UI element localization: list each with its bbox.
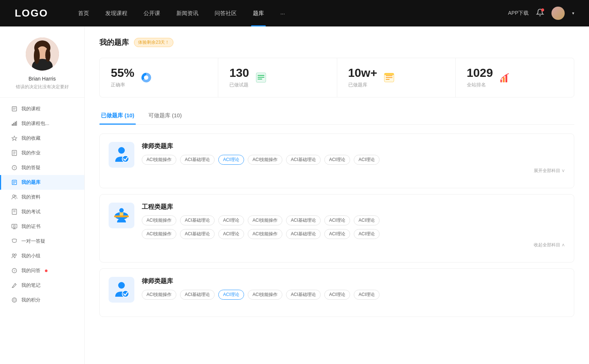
stat-ranking-label: 全站排名 <box>467 82 493 88</box>
app-download[interactable]: APP下载 <box>508 10 529 17</box>
sidebar-item-qbank[interactable]: 我的题库 <box>0 175 84 190</box>
engineer1-icon-wrap <box>109 203 134 228</box>
sidebar-item-groups[interactable]: 我的小组 <box>0 249 84 263</box>
qbank-engineer1-tag-3[interactable]: ACI技能操作 <box>248 215 282 225</box>
qbank-engineer1-tag2-1[interactable]: ACI基础理论 <box>180 229 215 239</box>
stat-ranking-value-block: 1029 全站排名 <box>467 67 493 88</box>
qbank-card-engineer1: 工程类题库 ACI技能操作 ACI基础理论 ACI理论 ACI技能操作 ACI基… <box>99 194 574 263</box>
svg-marker-13 <box>12 136 17 140</box>
sidebar-item-homework[interactable]: 我的作业 <box>0 146 84 160</box>
qbank-lawyer1-tag-4[interactable]: ACI基础理论 <box>286 155 321 165</box>
qbank-lawyer2-tag-1[interactable]: ACI基础理论 <box>180 290 215 300</box>
accuracy-pie-icon <box>140 71 153 84</box>
svg-point-37 <box>13 299 15 301</box>
qbank-engineer1-title: 工程类题库 <box>142 203 565 211</box>
cert-icon <box>11 223 18 230</box>
qbank-engineer1-tag-4[interactable]: ACI基础理论 <box>286 215 321 225</box>
qbank-lawyer1-tag-6[interactable]: ACI理论 <box>354 155 380 165</box>
sidebar-item-my-data[interactable]: 我的资料 <box>0 190 84 204</box>
sidebar-item-cert[interactable]: 我的证书 <box>0 219 84 234</box>
sidebar-label-homework: 我的作业 <box>21 150 40 156</box>
sidebar-item-my-course[interactable]: 我的课程 <box>0 101 84 116</box>
qbank-lawyer2-tag-6[interactable]: ACI理论 <box>354 290 380 300</box>
qbank-lawyer2-tag-5[interactable]: ACI理论 <box>324 290 350 300</box>
qbank-lawyer2-tag-0[interactable]: ACI技能操作 <box>142 290 176 300</box>
user-menu-chevron[interactable]: ▾ <box>572 11 574 16</box>
svg-rect-55 <box>114 215 129 217</box>
data-icon <box>11 194 18 200</box>
svg-point-24 <box>13 195 15 197</box>
tutoring-icon <box>11 238 18 245</box>
user-avatar[interactable] <box>551 7 565 20</box>
course-pkg-icon <box>11 120 18 127</box>
nav-open-course[interactable]: 公开课 <box>135 0 168 26</box>
nav-qa[interactable]: 问答社区 <box>207 0 245 26</box>
qbank-lawyer1-tag-0[interactable]: ACI技能操作 <box>142 155 176 165</box>
svg-point-31 <box>13 254 14 256</box>
notes-icon <box>11 282 18 289</box>
svg-point-53 <box>122 156 129 162</box>
svg-point-39 <box>144 75 148 80</box>
sidebar-label-exam: 我的考试 <box>21 208 40 215</box>
qbank-engineer1-tag-2[interactable]: ACI理论 <box>218 215 244 225</box>
qbank-engineer1-tag2-5[interactable]: ACI理论 <box>324 229 350 239</box>
sidebar-item-notes[interactable]: 我的笔记 <box>0 278 84 293</box>
qbank-lawyer2-tag-4[interactable]: ACI基础理论 <box>286 290 321 300</box>
qbank-engineer1-tag-6[interactable]: ACI理论 <box>354 215 380 225</box>
nav-news[interactable]: 新闻资讯 <box>168 0 207 26</box>
favorites-icon <box>11 135 18 142</box>
tabs-row: 已做题库 (10) 可做题库 (10) <box>99 108 574 125</box>
stat-done-banks-number: 10w+ <box>348 67 377 79</box>
done-questions-icon <box>254 71 268 84</box>
sidebar-item-my-qa[interactable]: ? 我的答疑 <box>0 160 84 175</box>
sidebar-profile: Brian Harris 错误的决定比没有决定要好 <box>0 26 84 98</box>
svg-point-4 <box>34 48 40 64</box>
qa-icon: ? <box>11 164 18 171</box>
notification-bell[interactable] <box>536 8 544 18</box>
qbank-engineer1-tag2-0[interactable]: ACI技能操作 <box>142 229 176 239</box>
qbank-lawyer1-tag-5[interactable]: ACI理论 <box>324 155 350 165</box>
sidebar-item-course-pkg[interactable]: 我的课程包... <box>0 116 84 131</box>
svg-text:?: ? <box>13 269 15 273</box>
qbank-lawyer1-tags: ACI技能操作 ACI基础理论 ACI理论 ACI技能操作 ACI基础理论 AC… <box>142 155 565 165</box>
svg-rect-6 <box>12 107 17 111</box>
qbank-engineer1-tag2-6[interactable]: ACI理论 <box>354 229 380 239</box>
sidebar-item-points[interactable]: 我的积分 <box>0 293 84 307</box>
stat-ranking-number: 1029 <box>467 67 493 79</box>
nav-home[interactable]: 首页 <box>70 0 97 26</box>
qbank-lawyer2-tag-3[interactable]: ACI技能操作 <box>248 290 282 300</box>
stat-accuracy-number: 55% <box>111 67 134 79</box>
sidebar-item-my-question[interactable]: ? 我的问答 <box>0 263 84 278</box>
stat-accuracy-label: 正确率 <box>111 82 134 88</box>
profile-motto: 错误的决定比没有决定要好 <box>16 84 69 90</box>
qbank-lawyer2-info: 律师类题库 ACI技能操作 ACI基础理论 ACI理论 ACI技能操作 ACI基… <box>142 277 565 300</box>
tab-done-banks[interactable]: 已做题库 (10) <box>99 108 136 124</box>
stat-done-q-number: 130 <box>229 67 249 79</box>
qbank-lawyer1-expand[interactable]: 展开全部科目 ∨ <box>142 168 565 174</box>
stat-accuracy: 55% 正确率 <box>100 58 218 97</box>
sidebar-item-tutoring[interactable]: 一对一答疑 <box>0 234 84 249</box>
qbank-engineer1-tag-0[interactable]: ACI技能操作 <box>142 215 176 225</box>
svg-rect-11 <box>15 122 16 126</box>
nav-more[interactable]: ··· <box>272 0 293 26</box>
qbank-lawyer1-tag-1[interactable]: ACI基础理论 <box>180 155 215 165</box>
qbank-engineer1-tag2-3[interactable]: ACI技能操作 <box>248 229 282 239</box>
qbank-lawyer2-tag-2[interactable]: ACI理论 <box>218 290 244 300</box>
qbank-engineer1-tag2-2[interactable]: ACI理论 <box>218 229 244 239</box>
qbank-engineer1-tag-5[interactable]: ACI理论 <box>324 215 350 225</box>
sidebar-item-exam[interactable]: 我的考试 <box>0 204 84 219</box>
qbank-engineer1-tag2-4[interactable]: ACI基础理论 <box>286 229 321 239</box>
nav-qbank[interactable]: 题库 <box>245 0 272 26</box>
qbank-lawyer1-tag-3[interactable]: ACI技能操作 <box>248 155 282 165</box>
sidebar-label-qbank: 我的题库 <box>21 179 40 186</box>
tab-available-banks[interactable]: 可做题库 (10) <box>147 108 183 124</box>
sidebar-item-favorites[interactable]: 我的收藏 <box>0 131 84 146</box>
qbank-engineer1-expand[interactable]: 收起全部科目 ∧ <box>142 242 565 248</box>
svg-rect-56 <box>120 212 123 215</box>
qbank-lawyer1-tag-2[interactable]: ACI理论 <box>218 155 244 165</box>
page-title: 我的题库 <box>99 38 129 47</box>
profile-avatar <box>26 38 59 71</box>
qbank-menu-icon <box>11 179 18 186</box>
qbank-engineer1-tag-1[interactable]: ACI基础理论 <box>180 215 215 225</box>
nav-discover[interactable]: 发现课程 <box>97 0 135 26</box>
